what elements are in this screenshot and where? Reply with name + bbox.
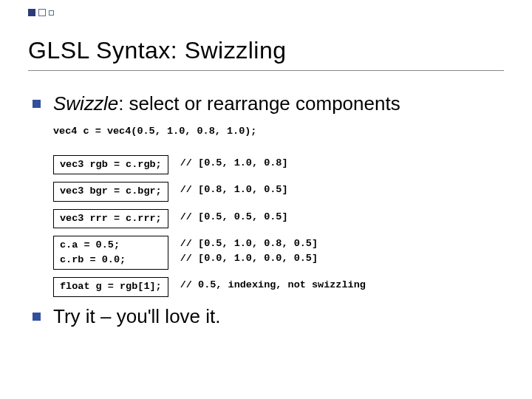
code-comment: // [0.8, 1.0, 0.5] [168,182,366,201]
code-cell: c.a = 0.5; c.rb = 0.0; [53,236,168,270]
code-block: vec4 c = vec4(0.5, 1.0, 0.8, 1.0); vec3 … [53,124,504,304]
bullet-term: Swizzle [53,92,118,115]
code-comment: // [0.5, 1.0, 0.8] [168,155,366,174]
bullet-text: Try it – you'll love it. [53,305,221,327]
code-comment: // 0.5, indexing, not swizzling [168,277,366,296]
header-decoration [28,9,54,16]
code-row: vec3 bgr = c.bgr; // [0.8, 1.0, 0.5] [53,182,366,201]
code-row: vec3 rgb = c.rgb; // [0.5, 1.0, 0.8] [53,155,366,174]
bullet-list: Swizzle: select or rearrange components [28,92,504,117]
slide: GLSL Syntax: Swizzling Swizzle: select o… [0,0,532,399]
deco-square-icon [49,10,54,16]
bullet-text: : select or rearrange components [118,92,400,115]
code-row: float g = rgb[1]; // 0.5, indexing, not … [53,277,366,296]
bullet-list: Try it – you'll love it. [28,304,504,330]
bullet-item-tryit: Try it – you'll love it. [28,304,504,330]
code-row: vec3 rrr = c.rrr; // [0.5, 0.5, 0.5] [53,209,366,228]
code-cell: float g = rgb[1]; [53,277,168,296]
code-cell: vec3 rgb = c.rgb; [53,155,168,174]
deco-square-icon [28,9,35,16]
code-declaration: vec4 c = vec4(0.5, 1.0, 0.8, 1.0); [53,124,504,139]
code-table: vec3 rgb = c.rgb; // [0.5, 1.0, 0.8] vec… [53,148,366,304]
title-divider [28,70,504,71]
deco-square-icon [38,9,46,16]
code-comment: // [0.5, 0.5, 0.5] [168,209,366,228]
code-cell: vec3 bgr = c.bgr; [53,182,168,201]
bullet-item-swizzle: Swizzle: select or rearrange components [28,92,504,117]
code-cell: vec3 rrr = c.rrr; [53,209,168,228]
code-comment: // [0.5, 1.0, 0.8, 0.5] // [0.0, 1.0, 0.… [168,236,366,270]
slide-title: GLSL Syntax: Swizzling [28,37,504,64]
code-row: c.a = 0.5; c.rb = 0.0; // [0.5, 1.0, 0.8… [53,236,366,270]
